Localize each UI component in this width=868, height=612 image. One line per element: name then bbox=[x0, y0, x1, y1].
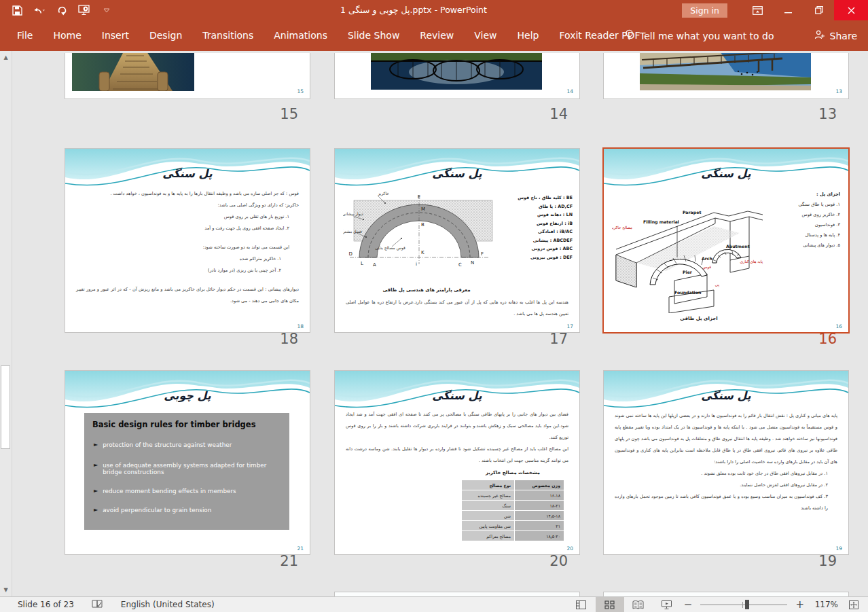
svg-text:Filling material: Filling material bbox=[643, 219, 679, 225]
tab-home[interactable]: Home bbox=[43, 20, 91, 51]
tell-me-box[interactable]: Tell me what you want to do bbox=[625, 20, 774, 51]
svg-text:i: i bbox=[416, 262, 417, 267]
slide-18-label: 18 bbox=[65, 331, 309, 347]
share-button[interactable]: Share bbox=[814, 20, 857, 51]
svg-text:پایه های کناری: پایه های کناری bbox=[740, 259, 763, 264]
svg-text:دیوار پیشانی: دیوار پیشانی bbox=[343, 211, 363, 217]
slide-19-thumbnail[interactable]: پل سنگی پایه های میانی و کناری پل : نقش … bbox=[603, 370, 849, 555]
svg-text:قوس: قوس bbox=[703, 265, 712, 270]
slide-19-title: پل سنگی bbox=[604, 389, 848, 402]
sign-in-button[interactable]: Sign in bbox=[682, 3, 727, 18]
language-indicator[interactable]: English (United States) bbox=[121, 600, 215, 609]
reading-view-icon[interactable] bbox=[624, 597, 653, 612]
vertical-scrollbar[interactable]: ▲ ▼ bbox=[0, 51, 12, 596]
slide-15-thumbnail[interactable]: 15 bbox=[65, 53, 310, 99]
minimize-icon[interactable] bbox=[773, 0, 803, 20]
titlebar-right: Sign in bbox=[682, 0, 868, 20]
save-icon[interactable] bbox=[11, 4, 23, 16]
slide-23-thumbnail-partial[interactable] bbox=[334, 592, 580, 596]
svg-text:K: K bbox=[421, 250, 424, 255]
slide-21-title: پل چوبی bbox=[65, 389, 310, 402]
svg-text:C: C bbox=[458, 262, 462, 268]
slide-17-thumbnail[interactable]: پل سنگی E M B D L A K i C N F خاکریز دیو… bbox=[334, 148, 580, 333]
lightbulb-icon bbox=[625, 29, 634, 43]
slide-21-thumbnail[interactable]: پل چوبی Basic design rules for timber br… bbox=[65, 370, 310, 555]
slide-20-thumbnail[interactable]: پل سنگی فضای بین دیوار های جانبی را بر پ… bbox=[334, 370, 580, 555]
slide-13-thumbnail[interactable]: 13 bbox=[603, 53, 849, 99]
share-person-icon bbox=[814, 30, 825, 41]
tab-review[interactable]: Review bbox=[410, 20, 464, 51]
restore-icon[interactable] bbox=[803, 0, 834, 20]
bullet-arrow-icon: ► bbox=[94, 507, 98, 514]
svg-text:F: F bbox=[481, 251, 484, 257]
slide-number-on-slide: 14 bbox=[566, 88, 573, 94]
svg-text:Foundation: Foundation bbox=[674, 290, 701, 295]
svg-text:M: M bbox=[421, 206, 425, 212]
ribbon-display-options-icon[interactable] bbox=[742, 0, 773, 20]
slide-19-label: 19 bbox=[603, 553, 848, 569]
slide-13-label: 13 bbox=[603, 106, 848, 122]
slide-18-title: پل سنگی bbox=[65, 167, 310, 180]
slide-13-photo-footbridge bbox=[640, 53, 811, 90]
table-caption: مشخصات مصالح خاکریز bbox=[461, 470, 564, 475]
slide-sorter-view-icon[interactable] bbox=[596, 597, 624, 612]
arch-geometry-diagram: E M B D L A K i C N F خاکریز دیوار پیشان… bbox=[343, 190, 505, 285]
slide-number-on-slide: 20 bbox=[566, 545, 573, 552]
slide-show-view-icon[interactable] bbox=[653, 597, 681, 612]
redo-icon[interactable] bbox=[56, 4, 68, 16]
tab-design[interactable]: Design bbox=[139, 20, 192, 51]
slide-21-label: 21 bbox=[65, 553, 309, 569]
slide-18-thumbnail[interactable]: پل سنگی قوس : که جز اصلی سازه می باشد و … bbox=[65, 148, 310, 333]
diagram-caption: معرفی پارامتر های هندسی پل طاقی bbox=[362, 287, 491, 293]
undo-icon[interactable] bbox=[33, 4, 46, 16]
scroll-down-arrow[interactable]: ▼ bbox=[1, 585, 11, 595]
svg-text:قوس مصالح بنایی: قوس مصالح بنایی bbox=[375, 245, 405, 251]
close-icon[interactable] bbox=[834, 0, 868, 20]
customize-qat-icon[interactable] bbox=[101, 4, 113, 16]
slide-22-thumbnail-partial[interactable] bbox=[603, 592, 849, 596]
powerpoint-window: { "titlebar": { "title": "پل چوبی و سنگی… bbox=[0, 0, 868, 612]
slide-number-on-slide: 21 bbox=[297, 545, 304, 552]
zoom-slider-thumb[interactable] bbox=[745, 600, 749, 609]
table-row: سنگ۱۸-۲۱ bbox=[462, 501, 564, 511]
slide-number-on-slide: 19 bbox=[835, 545, 842, 552]
normal-view-icon[interactable] bbox=[567, 597, 596, 612]
tab-slide-show[interactable]: Slide Show bbox=[338, 20, 410, 51]
svg-text:E: E bbox=[418, 194, 420, 200]
status-bar: Slide 16 of 23 English (United States) −… bbox=[0, 596, 868, 612]
svg-text:Pier: Pier bbox=[683, 270, 693, 274]
table-row: شن۱۴٫۵-۱۸ bbox=[462, 511, 564, 521]
svg-text:پی: پی bbox=[715, 283, 720, 287]
zoom-out-icon[interactable]: − bbox=[681, 598, 695, 611]
tab-file[interactable]: File bbox=[7, 20, 43, 51]
slide-16-thumbnail-selected[interactable]: پل سنگی اجزای پل : ۱. قوس یا طاق سنگی ۲.… bbox=[602, 147, 850, 334]
slide-15-label: 15 bbox=[65, 106, 309, 122]
slide-counter[interactable]: Slide 16 of 23 bbox=[18, 600, 74, 609]
slide-14-thumbnail[interactable]: 14 bbox=[334, 53, 580, 99]
quick-access-toolbar bbox=[11, 0, 113, 20]
window-title: پل چوبی و سنگی 1.pptx - PowerPoint bbox=[204, 0, 623, 20]
tab-transitions[interactable]: Transitions bbox=[192, 20, 264, 51]
svg-text:L: L bbox=[361, 261, 363, 266]
spell-check-icon[interactable] bbox=[92, 599, 103, 611]
isometric-bridge-diagram: Parapet Filling material Abutment Arch P… bbox=[612, 198, 767, 313]
tab-animations[interactable]: Animations bbox=[264, 20, 338, 51]
scroll-up-arrow[interactable]: ▲ bbox=[1, 52, 11, 62]
slide-20-body: فضای بین دیوار های جانبی را بر پایهای طا… bbox=[346, 409, 568, 467]
zoom-slider[interactable] bbox=[700, 597, 787, 612]
fit-to-window-icon[interactable] bbox=[844, 597, 864, 612]
tab-insert[interactable]: Insert bbox=[92, 20, 139, 51]
start-from-beginning-icon[interactable] bbox=[78, 4, 90, 16]
svg-text:D: D bbox=[349, 251, 352, 257]
ribbon-tab-bar: File Home Insert Design Transitions Anim… bbox=[0, 20, 868, 51]
tab-view[interactable]: View bbox=[464, 20, 507, 51]
zoom-in-icon[interactable]: + bbox=[793, 598, 807, 611]
zoom-level[interactable]: 117% bbox=[807, 600, 844, 609]
slide-15-photo-wooden-dock bbox=[72, 53, 194, 91]
scrollbar-thumb[interactable] bbox=[1, 365, 10, 449]
slide-19-body: پایه های میانی و کناری پل : نقش انتقال ب… bbox=[615, 410, 837, 514]
tab-help[interactable]: Help bbox=[507, 20, 549, 51]
slide-14-label: 14 bbox=[334, 106, 579, 122]
svg-text:A: A bbox=[373, 262, 376, 268]
svg-text:Parapet: Parapet bbox=[683, 210, 701, 215]
